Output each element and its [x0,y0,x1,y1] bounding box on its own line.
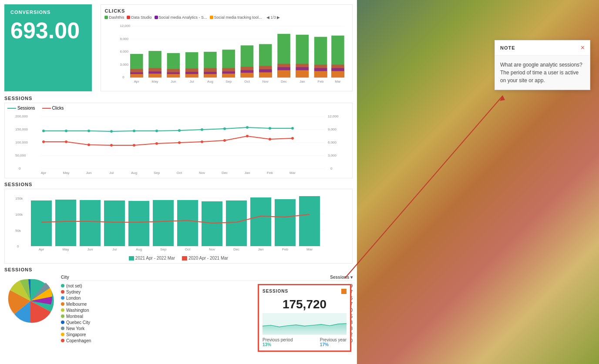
note-body: What are google analytic sessions? The p… [495,56,590,90]
pie-svg [4,275,57,327]
svg-text:Mar: Mar [306,247,313,251]
svg-text:Dec: Dec [222,171,228,175]
clicks-bar-chart-svg: 12,000 9,000 6,000 3,000 0 Apr [104,21,349,89]
svg-rect-49 [278,70,291,77]
bar-apr-smt [130,74,143,77]
svg-point-81 [42,130,45,132]
svg-rect-130 [153,200,174,246]
svg-text:Oct: Oct [245,80,250,83]
svg-text:6,000: 6,000 [328,140,337,144]
svg-rect-126 [55,200,76,246]
svg-rect-54 [296,70,309,77]
svg-text:200,000: 200,000 [15,114,28,118]
svg-point-83 [87,130,90,132]
svg-point-91 [269,127,271,130]
sessions-2-chart-container: 150k 100k 50k 0 [4,189,353,264]
svg-text:0: 0 [123,75,125,79]
svg-text:Apr: Apr [41,171,47,175]
sessions-popup-title: SESSIONS [262,289,347,294]
legend-social-tracking: Social media tracking tool... [210,15,262,20]
svg-rect-132 [202,201,222,246]
svg-text:0: 0 [19,167,21,170]
svg-text:Mar: Mar [335,80,341,83]
conversions-widget: CONVERSIONS 693.00 [4,4,92,91]
legend-data-studio: Data Studio [127,15,151,20]
svg-rect-133 [226,200,247,246]
clicks-chart: CLICKS Dashthis Data Studio Social media… [101,4,353,91]
svg-text:100,000: 100,000 [15,140,28,144]
clicks-title: CLICKS [104,8,349,13]
svg-text:May: May [62,247,69,251]
pie-chart [4,275,57,327]
svg-text:Feb: Feb [282,247,288,251]
svg-text:9,000: 9,000 [328,127,337,131]
svg-text:Jul: Jul [109,171,114,175]
legend-dot-dashthis [104,16,108,19]
svg-text:0: 0 [17,244,19,248]
sessions-2-legend: 2021 Apr - 2022 Mar 2020 Apr - 2021 Mar [7,256,350,260]
sessions-popup-chart [262,313,347,335]
popup-chart-svg [262,313,347,335]
svg-rect-128 [104,200,125,246]
legend-sessions: Sessions [7,106,35,110]
svg-point-96 [110,144,113,147]
sessions-1-chart-container: Sessions Clicks 200,000 150,000 100,000 … [4,103,353,178]
svg-text:Sep: Sep [160,247,167,251]
legend-dashthis: Dashthis [104,15,124,20]
svg-text:Jul: Jul [190,80,194,83]
svg-text:Jan: Jan [258,247,264,251]
svg-rect-136 [299,196,320,246]
legend-dot-social-tracking [210,16,213,19]
svg-rect-24 [185,74,199,77]
legend-dot-data-studio [127,16,130,19]
note-panel: NOTE × What are google analytic sessions… [495,40,590,90]
sessions-popup-footer: Previous period 13% Previous year 17% [262,337,347,347]
note-close-button[interactable]: × [581,44,585,52]
row-1: CONVERSIONS 693.00 CLICKS Dashthis Data … [4,4,353,91]
svg-text:3,000: 3,000 [328,154,337,157]
sessions-popup-value: 175,720 [262,294,347,313]
svg-rect-135 [275,199,296,246]
svg-point-101 [223,139,226,142]
svg-text:3,000: 3,000 [120,63,129,67]
svg-point-95 [87,144,90,146]
svg-text:Nov: Nov [199,171,205,175]
svg-text:Dec: Dec [233,247,239,251]
svg-point-85 [133,130,135,132]
sessions-section-1: SESSIONS Sessions Clicks 200,000 150,000… [4,96,353,178]
svg-text:150,000: 150,000 [15,127,28,131]
note-header: NOTE × [495,40,590,56]
svg-point-103 [269,138,271,140]
svg-rect-131 [177,200,198,246]
svg-point-92 [291,127,294,130]
svg-text:Sep: Sep [226,80,232,83]
legend-social-analytics: Social media Analytics - S... [155,15,207,20]
svg-text:Jan: Jan [300,80,305,83]
svg-point-86 [155,130,158,132]
sessions-2-title: SESSIONS [4,182,353,187]
svg-point-87 [178,129,181,132]
legend-dot-social-analytics [155,16,158,19]
svg-point-104 [291,137,294,140]
sessions-sort[interactable]: Sessions ▾ [330,275,353,280]
svg-point-98 [155,142,158,145]
svg-point-84 [110,130,113,133]
svg-text:May: May [152,80,158,83]
svg-text:Dec: Dec [281,80,287,83]
svg-text:Nov: Nov [209,247,215,251]
svg-rect-64 [332,71,345,77]
previous-year: Previous year 17% [320,337,347,347]
legend-clicks: Clicks [42,106,64,110]
svg-text:Mar: Mar [289,171,296,175]
sessions-1-legend: Sessions Clicks [7,106,350,110]
svg-rect-34 [222,73,236,77]
svg-text:Jan: Jan [245,171,250,175]
sessions-2-svg: 150k 100k 50k 0 [7,192,350,255]
sort-icon: ▾ [350,275,353,280]
svg-text:Aug: Aug [207,80,213,83]
previous-period: Previous period 13% [262,337,293,347]
svg-text:Oct: Oct [185,247,191,251]
svg-point-82 [65,130,67,132]
svg-rect-129 [128,201,149,246]
svg-text:Feb: Feb [267,171,273,175]
